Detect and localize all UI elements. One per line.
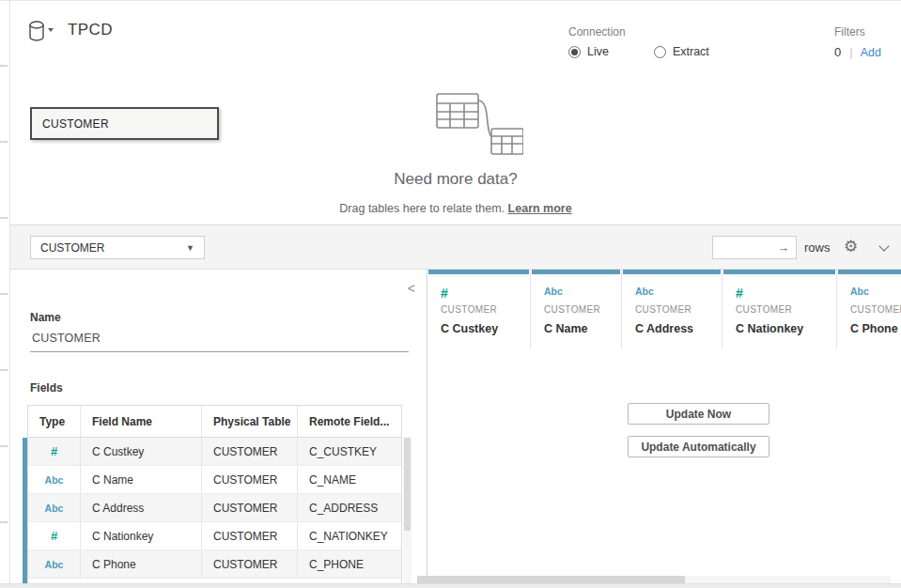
grid-column-c-name[interactable]: Abc CUSTOMER C Name <box>531 270 622 348</box>
number-type-icon: # <box>51 529 57 543</box>
physical-table-cell: CUSTOMER <box>202 466 298 493</box>
name-input[interactable]: CUSTOMER <box>32 332 101 345</box>
left-pane-collapsed-strip[interactable] <box>0 0 10 588</box>
datagrid-toolbar: CUSTOMER ▼ → rows ⚙ <box>10 224 901 270</box>
number-type-icon: # <box>51 444 57 458</box>
strip-tick <box>0 293 8 295</box>
drag-tables-text: Drag tables here to relate them. <box>339 202 505 215</box>
fields-vertical-scrollbar[interactable] <box>403 438 412 588</box>
database-icon[interactable] <box>28 20 56 44</box>
table-row[interactable]: # C Nationkey CUSTOMER C_NATIONKEY <box>28 522 401 550</box>
remote-field-cell: C_ADDRESS <box>298 494 401 521</box>
grid-column-field: C Custkey <box>441 322 530 335</box>
table-icon <box>437 94 478 128</box>
grid-column-table: CUSTOMER <box>736 304 836 315</box>
filters-label: Filters <box>834 25 881 39</box>
connection-block: Connection Live Extract <box>568 25 709 58</box>
data-preview-grid: # CUSTOMER C Custkey Abc CUSTOMER C Name… <box>427 270 901 588</box>
grid-column-c-address[interactable]: Abc CUSTOMER C Address <box>622 270 722 348</box>
grid-header-row: # CUSTOMER C Custkey Abc CUSTOMER C Name… <box>427 270 901 348</box>
string-type-icon: Abc <box>45 559 64 570</box>
field-name-cell: C Name <box>81 466 202 493</box>
gear-icon[interactable]: ⚙ <box>844 237 858 256</box>
table-select-dropdown[interactable]: CUSTOMER ▼ <box>30 236 205 259</box>
radio-extract-icon[interactable] <box>654 46 666 58</box>
col-header-remote-field[interactable]: Remote Field... <box>298 406 401 437</box>
col-header-field-name[interactable]: Field Name <box>81 406 202 437</box>
grid-column-table: CUSTOMER <box>441 304 530 315</box>
strip-tick <box>0 445 8 447</box>
connection-label: Connection <box>568 25 709 39</box>
canvas-table-customer[interactable]: CUSTOMER <box>30 107 219 140</box>
name-label: Name <box>30 311 61 324</box>
filters-block: Filters 0 | Add <box>834 25 881 59</box>
grid-column-c-nationkey[interactable]: # CUSTOMER C Nationkey <box>722 270 837 348</box>
chevron-down-icon[interactable] <box>879 241 890 252</box>
radio-extract[interactable]: Extract <box>654 45 709 58</box>
window-bottom-edge <box>0 583 901 588</box>
filters-count: 0 <box>834 45 841 59</box>
strip-tick <box>0 217 8 219</box>
table-row[interactable]: # C Custkey CUSTOMER C_CUSTKEY <box>28 438 401 466</box>
strip-tick <box>0 65 8 67</box>
canvas-table-label: CUSTOMER <box>42 117 109 131</box>
table-row[interactable]: Abc C Phone CUSTOMER C_PHONE <box>28 550 401 579</box>
scrollbar-thumb[interactable] <box>404 438 411 531</box>
grid-column-c-custkey[interactable]: # CUSTOMER C Custkey <box>427 270 531 348</box>
field-name-cell: C Custkey <box>81 438 202 465</box>
fields-label: Fields <box>30 381 63 395</box>
physical-table-cell: CUSTOMER <box>202 550 298 578</box>
string-type-icon: Abc <box>544 286 621 300</box>
field-name-cell: C Nationkey <box>81 522 202 549</box>
string-type-icon: Abc <box>45 503 64 514</box>
radio-extract-label[interactable]: Extract <box>673 45 709 58</box>
grid-column-table: CUSTOMER <box>635 304 722 315</box>
radio-live[interactable]: Live <box>568 45 609 58</box>
caret-down-icon <box>48 28 54 32</box>
grid-column-table: CUSTOMER <box>544 304 621 315</box>
col-header-type[interactable]: Type <box>28 406 81 437</box>
table-select-value: CUSTOMER <box>40 241 104 255</box>
fields-table: Type Field Name Physical Table Remote Fi… <box>27 405 402 588</box>
table-row[interactable]: Abc C Address CUSTOMER C_ADDRESS <box>28 494 401 522</box>
fields-table-header: Type Field Name Physical Table Remote Fi… <box>28 406 401 438</box>
update-automatically-button[interactable]: Update Automatically <box>628 436 769 457</box>
strip-tick <box>0 141 8 143</box>
number-type-icon: # <box>441 286 530 300</box>
table-details-panel: < Name CUSTOMER Fields Type Field Name P… <box>10 270 427 588</box>
string-type-icon: Abc <box>45 474 64 486</box>
rows-count-field[interactable]: → <box>712 236 797 259</box>
arrow-right-icon[interactable]: → <box>777 240 789 255</box>
grid-column-field: C Phone <box>850 322 901 335</box>
grid-column-c-phone[interactable]: Abc CUSTOMER C Phone <box>837 270 901 348</box>
strip-tick <box>0 521 8 523</box>
name-input-underline <box>30 351 409 352</box>
strip-tick <box>0 369 8 371</box>
empty-state-subtitle: Drag tables here to relate them. Learn m… <box>10 202 901 215</box>
string-type-icon: Abc <box>850 286 901 300</box>
field-name-cell: C Address <box>81 494 202 521</box>
radio-live-label[interactable]: Live <box>587 45 609 58</box>
col-header-physical-table[interactable]: Physical Table <box>202 406 298 437</box>
caret-down-icon: ▼ <box>186 243 194 253</box>
grid-column-field: C Address <box>635 322 722 335</box>
radio-live-icon[interactable] <box>568 46 581 58</box>
field-name-cell: C Phone <box>81 550 202 578</box>
empty-state-title: Need more data? <box>10 170 901 189</box>
physical-table-cell: CUSTOMER <box>202 438 298 465</box>
learn-more-link[interactable]: Learn more <box>508 202 572 215</box>
scrollbar-thumb[interactable] <box>417 576 685 583</box>
grid-horizontal-scrollbar[interactable] <box>417 576 891 583</box>
collapse-panel-icon[interactable]: < <box>408 281 415 296</box>
update-now-button[interactable]: Update Now <box>628 403 769 425</box>
rows-count-input[interactable] <box>713 237 771 258</box>
remote-field-cell: C_PHONE <box>298 550 401 578</box>
string-type-icon: Abc <box>635 286 722 300</box>
table-row[interactable]: Abc C Name CUSTOMER C_NAME <box>28 466 401 494</box>
remote-field-cell: C_NAME <box>298 466 401 493</box>
datasource-title[interactable]: TPCD <box>68 21 113 39</box>
number-type-icon: # <box>736 286 836 300</box>
relationship-canvas: TPCD Connection Live Extract Filters 0 |… <box>10 0 901 224</box>
filters-add-link[interactable]: Add <box>861 46 881 59</box>
physical-table-cell: CUSTOMER <box>202 522 298 549</box>
